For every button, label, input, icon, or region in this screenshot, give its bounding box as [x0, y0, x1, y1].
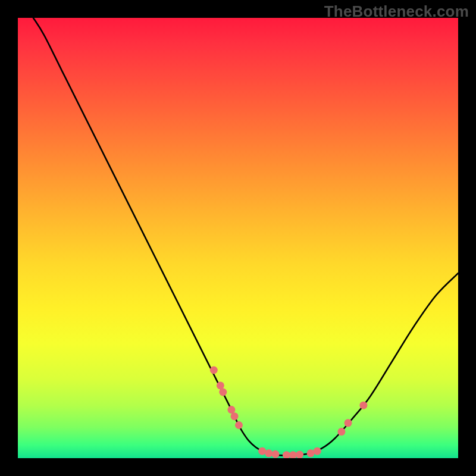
- data-point: [314, 447, 321, 455]
- data-point: [227, 406, 235, 414]
- data-point: [210, 367, 218, 374]
- watermark-text: TheBottleneck.com: [324, 2, 469, 21]
- data-point: [219, 389, 227, 396]
- plot-area: [18, 18, 458, 458]
- data-point: [337, 428, 345, 436]
- data-point: [217, 381, 224, 389]
- bottleneck-curve: [33, 18, 458, 455]
- data-point: [231, 412, 239, 420]
- data-point: [265, 449, 273, 457]
- data-point: [345, 419, 352, 427]
- data-point: [235, 421, 243, 429]
- data-point: [307, 449, 315, 457]
- data-point: [289, 451, 297, 458]
- chart-svg: [18, 18, 458, 458]
- data-point: [359, 402, 367, 409]
- data-point: [258, 447, 266, 455]
- data-point: [296, 451, 303, 458]
- data-point: [283, 451, 290, 458]
- chart-container: TheBottleneck.com: [0, 0, 476, 476]
- data-point: [271, 450, 279, 458]
